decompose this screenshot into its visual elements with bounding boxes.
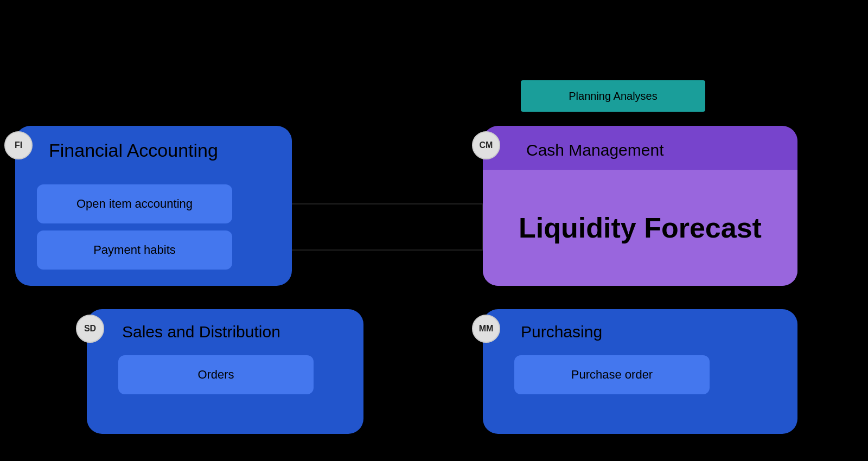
payment-habits-box: Payment habits: [37, 230, 232, 270]
fi-badge: FI: [4, 131, 33, 159]
purchase-order-box: Purchase order: [514, 355, 710, 394]
payment-habits-label: Payment habits: [93, 243, 176, 257]
mm-badge: MM: [472, 315, 500, 343]
planning-analyses-label: Planning Analyses: [569, 90, 657, 103]
cm-title: Cash Management: [526, 141, 663, 159]
liquidity-forecast-box: Liquidity Forecast: [483, 170, 797, 286]
diagram-container: Planning Analyses FI Financial Accountin…: [0, 0, 868, 461]
cm-badge: CM: [472, 131, 500, 159]
planning-analyses-box: Planning Analyses: [521, 80, 705, 112]
orders-box: Orders: [118, 355, 314, 394]
fi-title: Financial Accounting: [49, 140, 218, 161]
mm-title: Purchasing: [521, 323, 602, 341]
orders-label: Orders: [197, 368, 234, 382]
liquidity-forecast-label: Liquidity Forecast: [519, 212, 762, 244]
sd-badge: SD: [76, 315, 104, 343]
open-item-label: Open item accounting: [76, 197, 193, 211]
open-item-accounting-box: Open item accounting: [37, 184, 232, 223]
purchase-order-label: Purchase order: [571, 368, 653, 382]
sd-title: Sales and Distribution: [122, 323, 280, 341]
